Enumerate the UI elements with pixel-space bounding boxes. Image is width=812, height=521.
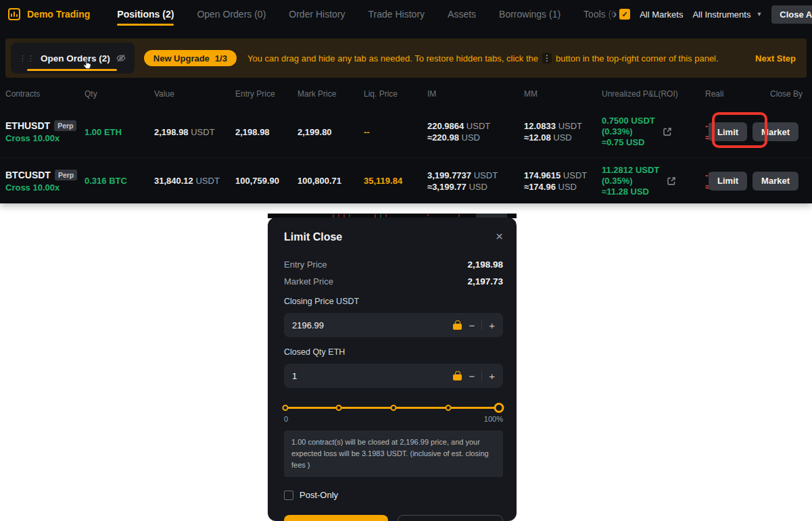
brand-title: Demo Trading: [27, 9, 90, 20]
perp-badge: Perp: [54, 120, 76, 131]
value-cell: 2,198.98 USDT: [154, 127, 235, 137]
im-cell: 220.9864 USDT ≈220.98 USD: [427, 120, 524, 143]
stepper-divider: [481, 371, 482, 380]
all-instruments-select[interactable]: All Instruments: [692, 9, 750, 20]
mm-cell: 174.9615 USDT ≈174.96 USD: [524, 170, 602, 193]
market-close-button[interactable]: Market: [753, 172, 798, 191]
close-icon[interactable]: ×: [496, 231, 503, 242]
liq-price-cell: 35,119.84: [364, 176, 427, 186]
unrealized-pnl-cell: 0.7500 USDT (0.33%) ≈0.75 USD: [602, 116, 705, 148]
slider-tick-25[interactable]: [336, 405, 342, 411]
next-step-button[interactable]: Next Step: [755, 53, 796, 64]
nav-tabs: Positions (2) Open Orders (0) Order Hist…: [117, 1, 619, 27]
inline-kebab-icon: ⋮: [542, 53, 552, 64]
position-row-btcusdt: BTCUSDT Perp Cross 10.00x 0.316 BTC 31,8…: [0, 157, 812, 203]
all-markets-checkbox[interactable]: ✓: [619, 9, 630, 20]
nav-right-controls: ✓ All Markets All Instruments ▼ Close Al…: [619, 5, 812, 24]
mark-price-cell: 100,800.71: [297, 176, 364, 186]
decrease-qty-button[interactable]: −: [469, 371, 475, 381]
drag-handle-icon[interactable]: ⋮⋮: [19, 54, 35, 63]
margin-leverage[interactable]: Cross 10.00x: [5, 133, 85, 143]
upgrade-banner: ⋮⋮ Open Orders (2) New Upgrade 1/3 You c…: [5, 39, 807, 78]
contract-cell: ETHUSDT Perp Cross 10.00x: [0, 120, 85, 143]
tour-highlight-bar: [27, 69, 117, 71]
qty-cell: 1.00 ETH: [85, 127, 154, 137]
cancel-button[interactable]: Cancel: [398, 515, 503, 521]
increase-price-button[interactable]: +: [489, 320, 495, 330]
entry-price-cell: 100,759.90: [235, 176, 297, 186]
slider-tick-50[interactable]: [391, 405, 397, 411]
confirm-button[interactable]: Confirm: [284, 515, 388, 521]
position-row-ethusdt: ETHUSDT Perp Cross 10.00x 1.00 ETH 2,198…: [0, 109, 812, 155]
market-price-row: Market Price 2,197.73: [284, 276, 503, 287]
post-only-row: Post-Only: [284, 490, 503, 500]
all-markets-label[interactable]: All Markets: [640, 9, 683, 20]
limit-close-button[interactable]: Limit: [709, 172, 747, 191]
share-pnl-icon[interactable]: [666, 176, 677, 187]
closed-qty-input[interactable]: [292, 371, 446, 381]
trading-panel: Demo Trading Positions (2) Open Orders (…: [0, 0, 812, 203]
unrealized-pnl-cell: 11.2812 USDT (0.35%) ≈11.28 USD: [602, 165, 705, 197]
margin-leverage[interactable]: Cross 10.00x: [5, 182, 85, 193]
limit-close-button[interactable]: Limit: [709, 122, 747, 141]
perp-badge: Perp: [55, 170, 77, 180]
positions-table-header: Contracts Qty Value Entry Price Mark Pri…: [0, 86, 812, 101]
close-by-actions: Limit Market: [725, 172, 812, 191]
market-close-button[interactable]: Market: [753, 122, 798, 141]
modal-title: Limit Close: [284, 231, 342, 243]
symbol[interactable]: BTCUSDT: [5, 170, 51, 180]
entry-price-cell: 2,198.98: [235, 127, 297, 137]
post-only-checkbox[interactable]: [284, 491, 293, 500]
closing-price-field: − +: [284, 313, 503, 337]
stepper-divider: [481, 320, 482, 330]
post-only-label: Post-Only: [300, 490, 338, 500]
tab-borrowings[interactable]: Borrowings (1): [499, 1, 560, 27]
closing-price-label: Closing Price USDT: [284, 297, 503, 306]
im-cell: 3,199.7737 USDT ≈3,199.77 USD: [427, 170, 524, 193]
instruments-dropdown-icon[interactable]: ▼: [756, 11, 762, 18]
contract-cell: BTCUSDT Perp Cross 10.00x: [0, 170, 85, 193]
closing-price-input[interactable]: [292, 320, 446, 330]
lock-icon[interactable]: [453, 371, 462, 380]
top-nav: Demo Trading Positions (2) Open Orders (…: [0, 0, 812, 28]
mark-price-cell: 2,199.80: [297, 127, 364, 137]
close-all-button[interactable]: Close All: [771, 5, 812, 24]
liq-price-cell: --: [364, 127, 427, 137]
slider-tick-75[interactable]: [446, 405, 452, 411]
lock-icon[interactable]: [453, 320, 462, 330]
close-by-actions: Limit Market: [725, 122, 812, 141]
increase-qty-button[interactable]: +: [489, 371, 495, 381]
qty-cell: 0.316 BTC: [85, 176, 154, 186]
draggable-tab-card[interactable]: ⋮⋮ Open Orders (2): [11, 43, 135, 74]
limit-close-modal: Limit Close × Entry Price 2,198.98 Marke…: [268, 218, 517, 521]
tab-positions[interactable]: Positions (2): [117, 1, 174, 27]
demo-trading-logo-icon: [8, 8, 20, 20]
share-pnl-icon[interactable]: [662, 126, 673, 137]
symbol[interactable]: ETHUSDT: [5, 120, 50, 131]
closed-qty-field: − +: [284, 364, 503, 388]
entry-price-row: Entry Price 2,198.98: [284, 259, 503, 270]
new-upgrade-badge: New Upgrade 1/3: [144, 50, 237, 66]
tab-order-history[interactable]: Order History: [289, 1, 345, 27]
slider-labels: 0 100%: [284, 415, 503, 423]
closed-qty-label: Closed Qty ETH: [284, 347, 503, 357]
value-cell: 31,840.12 USDT: [154, 176, 235, 186]
hide-tab-eye-off-icon[interactable]: [116, 53, 126, 64]
tab-tools[interactable]: Tools (0): [583, 1, 620, 27]
banner-message: You can drag and hide any tab as needed.…: [247, 53, 719, 64]
hand-cursor-icon: [81, 57, 93, 74]
modal-area: Limit Close × Entry Price 2,198.98 Marke…: [268, 214, 517, 521]
close-summary-note: 1.00 contract(s) will be closed at 2,196…: [284, 430, 503, 477]
decrease-price-button[interactable]: −: [469, 320, 475, 330]
tab-assets[interactable]: Assets: [448, 1, 476, 27]
slider-handle[interactable]: [494, 403, 504, 413]
active-tab-underline: [117, 24, 174, 26]
mm-cell: 12.0833 USDT ≈12.08 USD: [524, 120, 602, 143]
tab-trade-history[interactable]: Trade History: [368, 1, 425, 27]
slider-tick-0[interactable]: [283, 405, 289, 411]
tab-open-orders[interactable]: Open Orders (0): [197, 1, 266, 27]
qty-percent-slider[interactable]: [284, 402, 503, 413]
